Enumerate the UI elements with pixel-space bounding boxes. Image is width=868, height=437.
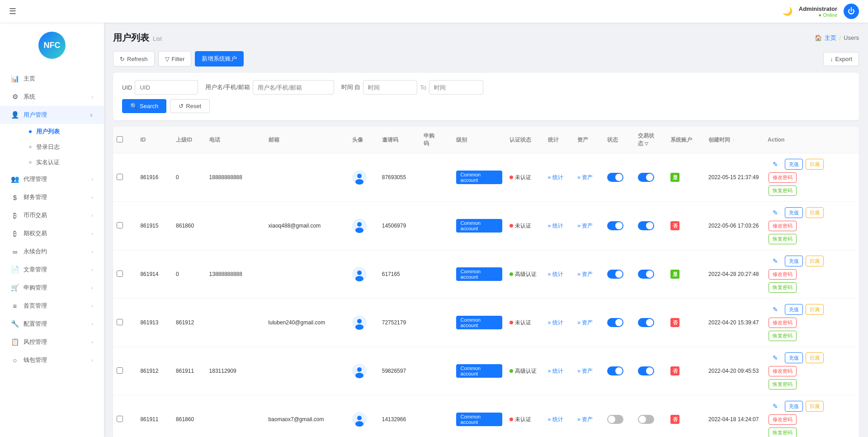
assign-button[interactable]: 归属 — [806, 159, 824, 170]
breadcrumb-home-link[interactable]: 主页 — [825, 34, 836, 42]
edit-button[interactable]: ✎ — [769, 159, 782, 170]
refresh-button[interactable]: ↻ Refresh — [113, 51, 155, 66]
sidebar-item-risk[interactable]: 📋 风控管理 › — [0, 333, 104, 351]
recover-password-button[interactable]: 恢复密码 — [769, 428, 797, 437]
asset-link[interactable]: » 资产 — [577, 271, 593, 277]
status-toggle[interactable] — [607, 366, 623, 375]
stat-link[interactable]: » 统计 — [548, 368, 563, 374]
moon-icon[interactable]: 🌙 — [783, 6, 793, 16]
change-password-button[interactable]: 修改密码 — [769, 318, 797, 328]
change-password-button[interactable]: 修改密码 — [769, 269, 797, 280]
assign-button[interactable]: 归属 — [806, 401, 824, 412]
edit-button[interactable]: ✎ — [769, 401, 782, 412]
select-all-checkbox[interactable] — [117, 136, 123, 142]
sidebar-item-purchase[interactable]: 🛒 申购管理 › — [0, 279, 104, 297]
change-password-button[interactable]: 修改密码 — [769, 414, 797, 425]
status-toggle[interactable] — [607, 415, 623, 424]
stat-link[interactable]: » 统计 — [548, 319, 563, 326]
change-password-button[interactable]: 修改密码 — [769, 172, 797, 183]
charge-button[interactable]: 充值 — [785, 304, 803, 315]
new-user-button[interactable]: 新增系统账户 — [195, 51, 244, 66]
trade-toggle[interactable] — [638, 221, 654, 230]
trade-toggle[interactable] — [638, 173, 654, 182]
sidebar-item-wallet[interactable]: ○ 钱包管理 › — [0, 351, 104, 369]
asset-link[interactable]: » 资产 — [577, 223, 593, 229]
asset-link[interactable]: » 资产 — [577, 368, 593, 374]
row-checkbox[interactable] — [117, 174, 123, 180]
action-group: ✎ 充值 归属 修改密码 — [768, 400, 855, 426]
time-label: 时间 自 — [341, 83, 361, 91]
status-toggle[interactable] — [607, 318, 623, 327]
search-button[interactable]: 🔍 Search — [122, 99, 166, 113]
sidebar-item-options[interactable]: ₿ 期权交易 › — [0, 224, 104, 242]
filter-button[interactable]: ▽ Filter — [158, 51, 192, 66]
stat-link[interactable]: » 统计 — [548, 223, 563, 229]
change-password-button[interactable]: 修改密码 — [769, 221, 797, 231]
stat-link[interactable]: » 统计 — [548, 271, 563, 277]
status-toggle[interactable] — [607, 173, 623, 182]
asset-link[interactable]: » 资产 — [577, 416, 593, 423]
cell-checkbox — [113, 153, 137, 202]
sidebar-item-home[interactable]: 📊 主页 — [0, 70, 104, 88]
menu-icon[interactable]: ☰ — [9, 6, 16, 16]
recover-password-button[interactable]: 恢复密码 — [769, 379, 797, 390]
sidebar-item-user-mgmt[interactable]: 👤 用户管理 ∨ — [0, 106, 104, 124]
recover-password-button[interactable]: 恢复密码 — [769, 331, 797, 341]
power-button[interactable]: ⏻ — [844, 4, 859, 19]
sidebar-item-finance[interactable]: $ 财务管理 › — [0, 188, 104, 206]
sidebar-item-label: 用户管理 — [24, 111, 90, 119]
edit-button[interactable]: ✎ — [769, 352, 782, 363]
admin-info: Administrator Online — [799, 5, 837, 18]
status-toggle[interactable] — [607, 221, 623, 230]
trade-toggle[interactable] — [638, 318, 654, 327]
reset-button[interactable]: ↺ Reset — [170, 99, 210, 113]
chevron-right-icon: › — [91, 249, 93, 254]
sidebar-item-system[interactable]: ⚙ 系统 › — [0, 88, 104, 106]
row-checkbox[interactable] — [117, 271, 123, 277]
username-input[interactable] — [253, 80, 334, 95]
assign-button[interactable]: 归属 — [806, 352, 824, 363]
trade-toggle[interactable] — [638, 415, 654, 424]
status-toggle[interactable] — [607, 270, 623, 279]
sidebar-item-config[interactable]: 🔧 配置管理 › — [0, 315, 104, 333]
assign-button[interactable]: 归属 — [806, 304, 824, 315]
sidebar-item-real-auth[interactable]: 实名认证 — [24, 155, 104, 170]
sidebar-item-coin-trade[interactable]: ₿ 币币交易 › — [0, 206, 104, 224]
row-checkbox[interactable] — [117, 367, 123, 374]
sidebar-item-article[interactable]: 📄 文章管理 › — [0, 261, 104, 279]
sidebar-item-user-list[interactable]: 用户列表 — [24, 124, 104, 139]
charge-button[interactable]: 充值 — [785, 256, 803, 266]
sidebar-item-perpetual[interactable]: ∞ 永续合约 › — [0, 242, 104, 261]
assign-button[interactable]: 归属 — [806, 207, 824, 218]
trade-toggle[interactable] — [638, 270, 654, 279]
row-checkbox[interactable] — [117, 222, 123, 228]
edit-button[interactable]: ✎ — [769, 256, 782, 266]
row-checkbox[interactable] — [117, 416, 123, 422]
asset-link[interactable]: » 资产 — [577, 319, 593, 326]
uid-input[interactable] — [135, 80, 198, 95]
level-badge: Common account — [456, 316, 502, 329]
charge-button[interactable]: 充值 — [785, 401, 803, 412]
charge-button[interactable]: 充值 — [785, 352, 803, 363]
sidebar-item-login-log[interactable]: 登录日志 — [24, 139, 104, 155]
assign-button[interactable]: 归属 — [806, 256, 824, 266]
time-to-input[interactable] — [429, 80, 483, 95]
cell-created: 2022-05-15 21:37:49 — [705, 153, 764, 202]
trade-toggle[interactable] — [638, 366, 654, 375]
charge-button[interactable]: 充值 — [785, 159, 803, 170]
sidebar-item-homepage[interactable]: ≡ 首页管理 › — [0, 297, 104, 315]
export-button[interactable]: ↓ Export — [823, 52, 859, 66]
edit-button[interactable]: ✎ — [769, 304, 782, 315]
recover-password-button[interactable]: 恢复密码 — [769, 282, 797, 293]
charge-button[interactable]: 充值 — [785, 207, 803, 218]
sidebar-item-agent-mgmt[interactable]: 👥 代理管理 › — [0, 170, 104, 188]
time-from-input[interactable] — [363, 80, 417, 95]
asset-link[interactable]: » 资产 — [577, 174, 593, 180]
stat-link[interactable]: » 统计 — [548, 174, 563, 180]
change-password-button[interactable]: 修改密码 — [769, 366, 797, 376]
recover-password-button[interactable]: 恢复密码 — [769, 234, 797, 244]
edit-button[interactable]: ✎ — [769, 207, 782, 218]
row-checkbox[interactable] — [117, 319, 123, 325]
stat-link[interactable]: » 统计 — [548, 416, 563, 423]
recover-password-button[interactable]: 恢复密码 — [769, 185, 797, 196]
